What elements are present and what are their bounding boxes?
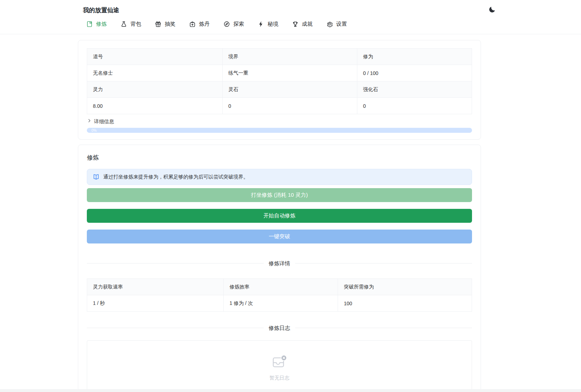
gear-icon <box>326 21 333 27</box>
table-header-row: 道号 境界 修为 <box>87 49 472 65</box>
value-breakthrough-req: 100 <box>338 295 472 312</box>
tab-lottery[interactable]: 抽奖 <box>155 21 175 27</box>
progress-label: 0% <box>91 129 96 132</box>
info-alert: 通过打坐修炼来提升修为，积累足够的修为后可以尝试突破境界。 <box>87 169 472 185</box>
breakthrough-button[interactable]: 一键突破 <box>87 230 472 243</box>
tab-secret-realm[interactable]: 秘境 <box>258 21 278 27</box>
tab-achievements[interactable]: 成就 <box>292 21 313 27</box>
tab-label: 探索 <box>233 21 244 27</box>
character-stats-table: 道号 境界 修为 无名修士 练气一重 0 / 100 灵力 灵石 强化石 8.0… <box>87 48 472 114</box>
open-book-icon <box>93 174 100 181</box>
tab-label: 设置 <box>336 21 347 27</box>
tab-alchemy[interactable]: 炼丹 <box>189 21 210 27</box>
header-dao-name: 道号 <box>87 49 223 65</box>
tab-label: 修炼 <box>96 21 107 27</box>
header-efficiency: 修炼效率 <box>224 279 338 295</box>
tab-backpack[interactable]: 背包 <box>120 21 141 27</box>
cultivation-progress-bar: 0% <box>87 128 472 133</box>
header-breakthrough-req: 突破所需修为 <box>338 279 472 295</box>
value-enhance-stone: 0 <box>357 98 472 114</box>
table-row: 8.00 0 0 <box>87 98 472 114</box>
pill-bag-icon <box>189 21 196 27</box>
tab-settings[interactable]: 设置 <box>326 21 347 27</box>
tab-label: 抽奖 <box>165 21 175 27</box>
value-realm: 练气一重 <box>223 65 357 81</box>
flask-icon <box>120 21 127 27</box>
table-header-row: 灵力获取速率 修炼效率 突破所需修为 <box>87 279 472 295</box>
header-cultivation: 修为 <box>357 49 472 65</box>
tab-cultivation[interactable]: 修炼 <box>86 21 107 27</box>
cultivation-log-panel: 暂无日志 <box>87 340 472 392</box>
dark-mode-toggle[interactable] <box>488 6 496 14</box>
details-divider: 修炼详情 <box>87 260 472 267</box>
character-stats-card: 道号 境界 修为 无名修士 练气一重 0 / 100 灵力 灵石 强化石 8.0… <box>78 40 481 140</box>
details-expander-label: 详细信息 <box>94 118 114 125</box>
table-header-row: 灵力 灵石 强化石 <box>87 81 472 98</box>
compass-icon <box>223 21 230 27</box>
value-spirit-rate: 1 / 秒 <box>87 295 224 312</box>
book-icon <box>86 21 93 27</box>
nav-tabs: 修炼 背包 抽奖 炼丹 探索 <box>86 21 347 27</box>
empty-log-text: 暂无日志 <box>269 375 289 381</box>
tab-label: 成就 <box>302 21 313 27</box>
tab-label: 秘境 <box>268 21 278 27</box>
details-divider-label: 修炼详情 <box>264 260 295 267</box>
value-spirit-stone: 0 <box>223 98 357 114</box>
tab-label: 炼丹 <box>199 21 210 27</box>
header-spirit-power: 灵力 <box>87 81 223 98</box>
cultivation-details-table: 灵力获取速率 修炼效率 突破所需修为 1 / 秒 1 修为 / 次 100 <box>87 278 472 312</box>
value-cultivation: 0 / 100 <box>357 65 472 81</box>
table-row: 无名修士 练气一重 0 / 100 <box>87 65 472 81</box>
tab-explore[interactable]: 探索 <box>223 21 244 27</box>
info-alert-text: 通过打坐修炼来提升修为，积累足够的修为后可以尝试突破境界。 <box>103 174 248 180</box>
value-efficiency: 1 修为 / 次 <box>224 295 338 312</box>
app-header: 我的放置仙途 修炼 背包 抽奖 炼丹 <box>0 0 581 34</box>
app-title: 我的放置仙途 <box>83 6 119 14</box>
value-spirit-power: 8.00 <box>87 98 223 114</box>
header-realm: 境界 <box>223 49 357 65</box>
lightning-icon <box>258 21 264 27</box>
horizontal-scrollbar[interactable] <box>0 389 581 392</box>
value-dao-name: 无名修士 <box>87 65 223 81</box>
cultivation-card: 修炼 通过打坐修炼来提升修为，积累足够的修为后可以尝试突破境界。 打坐修炼 (消… <box>78 145 481 392</box>
meditate-button[interactable]: 打坐修炼 (消耗 10 灵力) <box>87 188 472 202</box>
header-spirit-stone: 灵石 <box>223 81 357 98</box>
gift-icon <box>155 21 162 27</box>
auto-cultivate-button[interactable]: 开始自动修炼 <box>87 209 472 223</box>
log-divider-label: 修炼日志 <box>264 324 295 332</box>
log-divider: 修炼日志 <box>87 324 472 332</box>
empty-inbox-icon <box>271 353 288 371</box>
chevron-right-icon <box>87 118 92 125</box>
header-enhance-stone: 强化石 <box>357 81 472 98</box>
moon-icon <box>488 9 496 15</box>
table-row: 1 / 秒 1 修为 / 次 100 <box>87 295 472 312</box>
section-title: 修炼 <box>87 154 472 162</box>
trophy-icon <box>292 21 299 27</box>
details-expander[interactable]: 详细信息 <box>87 118 114 125</box>
tab-label: 背包 <box>130 21 141 27</box>
header-spirit-rate: 灵力获取速率 <box>87 279 224 295</box>
